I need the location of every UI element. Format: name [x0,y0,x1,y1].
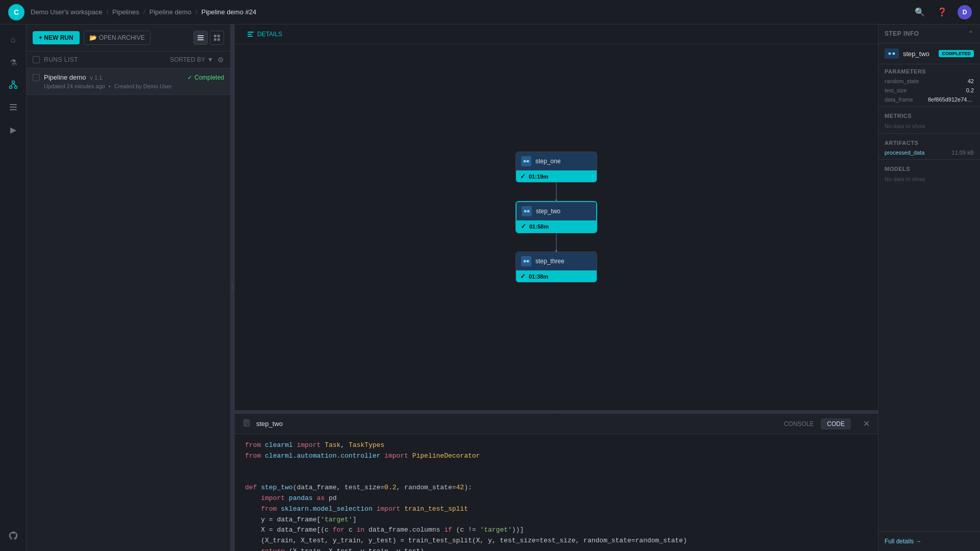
details-tab[interactable]: DETAILS [243,29,286,40]
param-row-test-size: test_size 0.2 [878,86,980,95]
svg-point-18 [524,160,526,163]
svg-rect-9 [198,37,204,38]
node-step-two-footer: ✓ 01:58m [517,220,596,232]
sidebar-forward-icon[interactable]: ▶ [4,120,22,139]
top-nav: C Demo User's workspace / Pipelines / Pi… [0,0,980,24]
sorted-by-control[interactable]: SORTED BY ▼ [170,56,213,63]
svg-rect-11 [214,35,216,37]
code-line-6: import pandas as pd [245,493,868,504]
node-step-three-footer: ✓ 01:38m [516,270,597,282]
sidebar-experiments-icon[interactable]: ⚗ [4,53,22,71]
step-info-name-row: step_two COMPLETED [878,43,980,64]
collapse-panel-button[interactable]: ⌃ [968,30,974,38]
code-line-11: return (X_train, X_test, y_train, y_test… [245,546,868,551]
node-step-one-footer: ✓ 01:19m [516,170,597,182]
code-line-blank-1 [245,462,868,472]
nodes-column: step_one ✓ 01:19m [516,152,597,283]
svg-point-19 [527,160,529,163]
select-all-checkbox[interactable] [33,56,40,63]
pipeline-node-step-three[interactable]: step_three ✓ 01:38m [516,252,597,283]
code-line-blank-2 [245,472,868,483]
models-section-label: MODELS [878,162,980,174]
metrics-no-data: No data to show [878,121,980,131]
help-button[interactable]: ❓ [935,5,949,19]
view-toggle [193,31,224,45]
main-layout: ⌂ ⚗ ▶ [0,24,980,551]
svg-line-4 [13,84,16,86]
step-info-header: STEP INFO ⌃ [878,24,980,43]
node-step-three-icon [521,256,531,266]
breadcrumb: Demo User's workspace / Pipelines / Pipe… [31,8,256,16]
run-checkbox[interactable] [33,74,40,81]
app-logo[interactable]: C [8,4,24,20]
svg-point-2 [14,86,17,89]
code-panel-file-icon [243,419,250,428]
metrics-section-label: METRICS [878,109,980,121]
svg-rect-16 [248,34,252,35]
pipeline-nodes-container: step_one ✓ 01:19m [235,44,878,410]
svg-point-0 [12,81,14,84]
run-item[interactable]: Pipeline demo v 1.1 ✓ Completed Updated … [27,68,230,95]
step-info-title: STEP INFO [885,30,919,37]
run-meta: Updated 24 minutes ago • Created by Demo… [33,83,224,89]
details-tab-bar: DETAILS [235,24,878,44]
sidebar-pipelines-icon[interactable] [4,76,22,94]
pipeline-node-step-one[interactable]: step_one ✓ 01:19m [516,152,597,183]
console-tab[interactable]: CONSOLE [778,418,820,430]
code-panel-tabs: CONSOLE CODE [778,418,851,430]
new-run-button[interactable]: + NEW RUN [33,31,80,44]
filter-icon[interactable]: ⚙ [217,56,224,64]
param-row-data-frame: data_frame 8ef865d912e7457... [878,95,980,104]
nav-actions: 🔍 ❓ D [913,5,972,19]
node-step-one-icon [521,156,531,166]
sidebar-home-icon[interactable]: ⌂ [4,31,22,49]
search-button[interactable]: 🔍 [913,5,927,19]
sidebar-github-icon[interactable] [4,527,22,545]
step-node-name: step_two [903,50,935,58]
parameters-section-label: PARAMETERS [878,64,980,77]
svg-point-32 [893,53,895,55]
svg-point-22 [527,210,530,213]
step-node-icon [885,48,899,59]
artifact-row-processed-data: processed_data 11.09 kB [878,148,980,157]
svg-line-3 [11,84,13,86]
svg-point-31 [889,53,891,55]
svg-rect-14 [217,38,220,41]
step-info-panel: STEP INFO ⌃ step_two COMPLETED PARAMETER… [878,24,980,551]
sidebar-data-icon[interactable] [4,98,22,116]
svg-rect-6 [10,107,17,108]
node-step-three-name: step_three [535,258,565,265]
node-step-one-name: step_one [535,158,560,165]
code-content: from clearml import Task, TaskTypes from… [235,434,878,551]
pipeline-node-step-two[interactable]: step_two ✓ 01:58m [516,201,597,233]
grid-view-button[interactable] [210,31,224,45]
step-status-badge: COMPLETED [939,50,974,57]
runs-toolbar: + NEW RUN 📂 OPEN ARCHIVE [27,24,230,52]
panel-resize-handle[interactable]: ⋮ [231,24,235,551]
code-line-9: X = data_frame[(c for c in data_frame.co… [245,525,868,536]
open-archive-button[interactable]: 📂 OPEN ARCHIVE [84,31,151,45]
code-tab[interactable]: CODE [821,418,851,430]
svg-rect-7 [10,109,17,110]
node-header-step-three: step_three [516,252,597,270]
node-header-step-two: step_two [517,202,596,220]
code-panel-header: step_two CONSOLE CODE ✕ [235,414,878,434]
code-panel: step_two CONSOLE CODE ✕ from clearml imp… [235,413,878,551]
connector-1 [556,183,557,201]
code-line-5: def step_two(data_frame, test_size=0.2, … [245,483,868,493]
full-details-link[interactable]: Full details → [878,531,980,551]
list-view-button[interactable] [193,31,208,45]
close-code-panel-button[interactable]: ✕ [863,419,870,429]
svg-point-24 [524,260,526,263]
code-line-10: (X_train, X_test, y_train, y_test) = tra… [245,536,868,546]
svg-rect-8 [198,35,204,36]
sidebar: ⌂ ⚗ ▶ [0,24,27,551]
runs-list-label: RUNS LIST [44,56,78,63]
node-header-step-one: step_one [516,152,597,170]
code-line-1: from clearml import Task, TaskTypes [245,440,868,451]
node-step-two-icon [522,206,532,216]
runs-filter-bar: RUNS LIST SORTED BY ▼ ⚙ [27,52,230,68]
models-no-data: No data to show [878,174,980,184]
user-avatar[interactable]: D [958,5,972,19]
connector-2 [556,233,557,252]
